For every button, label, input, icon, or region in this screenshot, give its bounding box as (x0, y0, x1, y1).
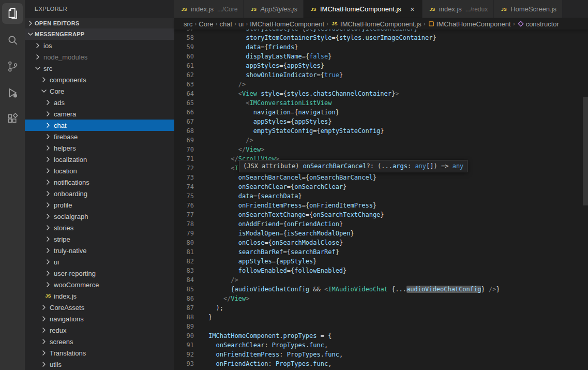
breadcrumb-item[interactable]: Core (199, 20, 213, 28)
code-line-86[interactable]: 86 </View> (174, 294, 588, 303)
code-editor[interactable]: 57 storyItemStyle={styles.userStoryItemC… (174, 29, 588, 370)
code-line-75[interactable]: 75 data={searchData} (174, 191, 588, 201)
code-line-58[interactable]: 58 storyItemContainerStyle={styles.userI… (174, 33, 588, 42)
code-line-92[interactable]: 92 onFriendItemPress: PropTypes.func, (174, 350, 588, 359)
tree-item-ui[interactable]: ui (25, 256, 174, 268)
tree-item-ios[interactable]: ios (25, 40, 174, 51)
editor-scrollbar[interactable] (583, 97, 588, 205)
code-line-64[interactable]: 64 <View style={styles.chatsChannelConta… (174, 89, 588, 98)
tree-item-socialgraph[interactable]: socialgraph (25, 211, 174, 222)
code-token: onFriendItemPress (309, 202, 373, 209)
tree-item-navigations[interactable]: navigations (25, 313, 174, 324)
tree-item-label: ads (54, 99, 65, 107)
code-token: styles.chatsChannelContainer (287, 90, 391, 97)
tree-item-screens[interactable]: screens (25, 336, 174, 347)
tree-item-components[interactable]: components (25, 74, 174, 85)
code-line-61[interactable]: 61 appStyles={appStyles} (174, 61, 588, 70)
tree-item-location[interactable]: location (25, 165, 174, 176)
code-line-69[interactable]: 69 /> (174, 136, 588, 145)
tree-item-helpers[interactable]: helpers (25, 142, 174, 154)
source-control-icon[interactable] (2, 56, 23, 77)
code-line-78[interactable]: 78 onAddFriend={onFriendAction} (174, 219, 588, 229)
section-workspace[interactable]: MESSENGERAPP (25, 28, 174, 40)
tree-item-node-modules[interactable]: node_modules (25, 51, 174, 63)
code-line-60[interactable]: 60 displayLastName={false} (174, 52, 588, 61)
search-icon[interactable] (2, 29, 23, 50)
code-line-89[interactable]: 89 (174, 322, 588, 331)
run-debug-icon[interactable] (2, 82, 23, 103)
code-line-90[interactable]: 90IMChatHomeComponent.propTypes = { (174, 331, 588, 341)
extensions-icon[interactable] (2, 109, 23, 129)
breadcrumb-item[interactable]: IMChatHomeComponent (428, 20, 511, 28)
tab-homescreen-js[interactable]: JSHomeScreen.js (494, 0, 563, 18)
chevron-right-icon (40, 303, 48, 312)
code-line-83[interactable]: 83 followEnabled={followEnabled} (174, 266, 588, 275)
tree-item-user-reporting[interactable]: user-reporting (25, 268, 174, 279)
code-line-76[interactable]: 76 onFriendItemPress={onFriendItemPress} (174, 201, 588, 210)
line-number: 58 (174, 33, 194, 42)
tab-index-js[interactable]: JSindex.js.../redux (423, 0, 494, 18)
code-line-91[interactable]: 91 onSearchClear: PropTypes.func, (174, 341, 588, 350)
code-line-73[interactable]: 73 onSearchBarCancel={onSearchBarCancel} (174, 173, 588, 182)
code-line-67[interactable]: 67 appStyles={appStyles} (174, 117, 588, 126)
code-line-57[interactable]: 57 storyItemStyle={styles.userStoryItemC… (174, 29, 588, 33)
code-line-66[interactable]: 66 navigation={navigation} (174, 108, 588, 117)
code-token: IMAudioVideoChat (328, 286, 388, 293)
code-line-74[interactable]: 74 onSearchClear={onSearchClear} (174, 182, 588, 191)
code-token: View (231, 295, 246, 302)
tab-index-js[interactable]: JSindex.js.../Core (174, 0, 244, 18)
code-token: appStyles (238, 258, 272, 265)
breadcrumb-item[interactable]: JSIMChatHomeComponent.js (330, 20, 421, 28)
tree-item-onboarding[interactable]: onboarding (25, 188, 174, 199)
code-line-82[interactable]: 82 appStyles={appStyles} (174, 257, 588, 266)
code-line-85[interactable]: 85 {audioVideoChatConfig && <IMAudioVide… (174, 285, 588, 294)
tree-item-localization[interactable]: localization (25, 154, 174, 165)
tree-item-truly-native[interactable]: truly-native (25, 245, 174, 256)
code-line-79[interactable]: 79 isModalOpen={isSearchModalOpen} (174, 229, 588, 238)
vscode-window: EXPLORER OPEN EDITORS MESSENGERAPP iosno… (0, 0, 588, 370)
tree-item-core[interactable]: Core (25, 85, 174, 97)
tab-imchathomecomponent-js[interactable]: JSIMChatHomeComponent.js× (304, 0, 423, 18)
tree-item-profile[interactable]: profile (25, 199, 174, 211)
explorer-icon[interactable] (2, 3, 23, 24)
tree-item-stripe[interactable]: stripe (25, 233, 174, 245)
breadcrumb-separator: › (246, 20, 248, 27)
tree-item-redux[interactable]: redux (25, 324, 174, 336)
code-line-62[interactable]: 62 showOnlineIndicator={true} (174, 70, 588, 80)
tree-item-notifications[interactable]: notifications (25, 176, 174, 188)
tree-item-woocommerce[interactable]: wooCommerce (25, 279, 174, 290)
tree-item-camera[interactable]: camera (25, 108, 174, 120)
code-line-63[interactable]: 63 /> (174, 80, 588, 89)
tree-item-ads[interactable]: ads (25, 97, 174, 108)
tree-item-firebase[interactable]: firebase (25, 131, 174, 142)
code-line-80[interactable]: 80 onClose={onSearchModalClose} (174, 238, 588, 247)
line-number: 77 (174, 210, 194, 219)
code-line-59[interactable]: 59 data={friends} (174, 42, 588, 52)
tab-close-button[interactable]: × (409, 5, 416, 13)
tree-item-src[interactable]: src (25, 63, 174, 74)
tree-item-coreassets[interactable]: CoreAssets (25, 302, 174, 313)
tree-item-chat[interactable]: chat (25, 120, 174, 131)
tab-appstyles-js[interactable]: JSAppStyles.js (244, 0, 304, 18)
tree-item-stories[interactable]: stories (25, 222, 174, 233)
tree-item-utils[interactable]: utils (25, 359, 174, 370)
code-token: ={ (306, 211, 313, 218)
breadcrumb-item[interactable]: IMChatHomeComponent (250, 20, 324, 28)
code-line-77[interactable]: 77 onSearchTextChange={onSearchTextChang… (174, 210, 588, 219)
breadcrumb-item[interactable]: ui (238, 20, 244, 28)
breadcrumb-item[interactable]: src (184, 20, 192, 28)
section-open-editors[interactable]: OPEN EDITORS (25, 18, 174, 28)
tree-item-translations[interactable]: Translations (25, 347, 174, 359)
code-line-84[interactable]: 84 /> (174, 275, 588, 285)
code-line-87[interactable]: 87 ); (174, 303, 588, 313)
code-line-70[interactable]: 70 </View> (174, 145, 588, 154)
code-line-93[interactable]: 93 onFriendAction: PropTypes.func, (174, 359, 588, 368)
tree-item-index-js[interactable]: JSindex.js (25, 290, 174, 302)
breadcrumb-item[interactable]: constructor (517, 20, 559, 28)
code-token: } (328, 53, 331, 60)
code-line-65[interactable]: 65 <IMConversationListView (174, 98, 588, 108)
breadcrumb-item[interactable]: chat (220, 20, 233, 28)
code-line-68[interactable]: 68 emptyStateConfig={emptyStateConfig} (174, 126, 588, 136)
code-line-81[interactable]: 81 searchBarRef={searchBarRef} (174, 247, 588, 257)
code-line-88[interactable]: 88} (174, 313, 588, 322)
